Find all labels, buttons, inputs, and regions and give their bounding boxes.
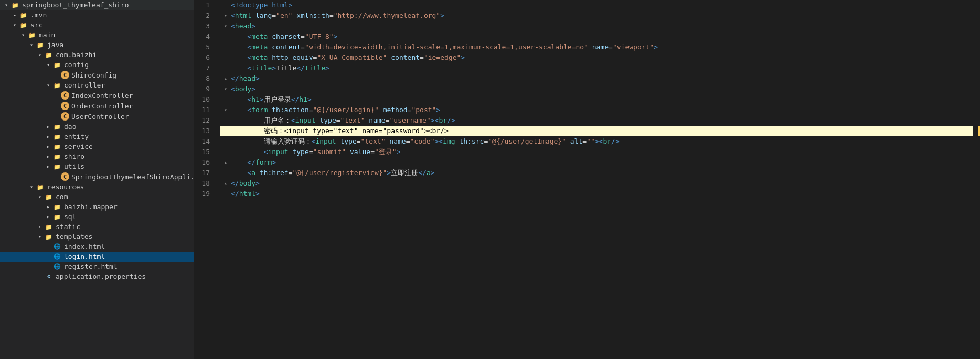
tree-arrow (44, 154, 52, 159)
code-line-13[interactable]: 密码：<input type="text" name="password"><b… (220, 126, 973, 136)
code-line-5[interactable]: <meta content="width=device-width,initia… (220, 42, 973, 52)
tree-item-entity[interactable]: entity (0, 132, 194, 142)
code-line-7[interactable]: <title>Title</title> (220, 63, 973, 73)
fold-arrow: ▾ (221, 105, 230, 115)
tree-item-com.baizhi[interactable]: com.baizhi (0, 50, 194, 60)
tree-arrow (27, 42, 36, 48)
code-line-12[interactable]: 用户名：<input type="text" name="username"><… (220, 115, 973, 126)
tree-item-register.html[interactable]: register.html (0, 262, 194, 271)
class-icon: C (61, 91, 69, 100)
tree-item-static[interactable]: static (0, 222, 194, 232)
folder-icon (44, 223, 54, 231)
code-line-11[interactable]: ▾ <form th:action="@{/user/login}" metho… (220, 105, 973, 115)
tree-item-label: com (56, 193, 68, 201)
code-line-17[interactable]: <a th:href="@{/user/registerview}">立即注册<… (220, 168, 973, 178)
code-line-15[interactable]: <input type="submit" value="登录"> (220, 147, 973, 157)
root-folder-icon (10, 2, 20, 9)
code-content: 密码：<input type="text" name="password"><b… (231, 127, 449, 135)
folder-icon (52, 213, 62, 221)
tree-item-application.properties[interactable]: application.properties (0, 271, 194, 281)
code-line-9[interactable]: ▾<body> (220, 84, 973, 94)
tree-item-login.html[interactable]: login.html (0, 252, 194, 262)
tree-item-templates[interactable]: templates (0, 232, 194, 242)
code-line-19[interactable]: </html> (220, 189, 973, 199)
tree-item-IndexController[interactable]: CIndexController (0, 90, 194, 101)
line-num-16: 16 (198, 157, 210, 168)
tree-arrow (44, 134, 52, 139)
tree-item-sql[interactable]: sql (0, 212, 194, 222)
tree-item-baizhi.mapper[interactable]: baizhi.mapper (0, 202, 194, 212)
tree-item-ShiroConfig[interactable]: CShiroConfig (0, 70, 194, 80)
folder-icon (44, 51, 54, 59)
code-line-8[interactable]: ▴</head> (220, 73, 973, 84)
tree-item-label: controller (64, 81, 105, 89)
tree-item-label: static (56, 223, 80, 231)
tree-item-label: com.baizhi (56, 51, 97, 59)
tree-item-SpringbootApp[interactable]: CSpringbootThymeleafShiroAppli... (0, 171, 194, 182)
code-content: <meta http-equiv="X-UA-Compatible" conte… (231, 53, 465, 61)
tree-arrow (44, 214, 52, 220)
code-line-3[interactable]: ▾<head> (220, 21, 973, 31)
html-icon (52, 263, 62, 270)
tree-arrow (44, 204, 52, 210)
tree-arrow (36, 234, 44, 240)
code-line-16[interactable]: ▴ </form> (220, 157, 973, 168)
class-icon: C (61, 71, 69, 79)
right-gutter (973, 0, 980, 359)
tree-item-service[interactable]: service (0, 142, 194, 151)
code-line-6[interactable]: <meta http-equiv="X-UA-Compatible" conte… (220, 52, 973, 63)
tree-item-label: application.properties (56, 273, 146, 280)
line-num-7: 7 (198, 63, 210, 73)
code-content: 用户名：<input type="text" name="username"><… (231, 116, 455, 124)
root-arrow (2, 2, 10, 8)
tree-item-main[interactable]: main (0, 30, 194, 40)
code-line-18[interactable]: ▴</body> (220, 178, 973, 189)
tree-item-label: java (47, 41, 63, 49)
tree-item-com[interactable]: com (0, 192, 194, 202)
tree-item-UserController[interactable]: CUserController (0, 111, 194, 122)
tree-item-src[interactable]: src (0, 20, 194, 30)
tree-item-label: utils (64, 162, 84, 170)
line-num-17: 17 (198, 168, 210, 178)
line-num-4: 4 (198, 31, 210, 42)
tree-item-label: login.html (64, 253, 105, 260)
line-num-10: 10 (198, 94, 210, 105)
html-icon (52, 253, 62, 260)
tree-item-controller[interactable]: controller (0, 80, 194, 90)
tree-item-label: OrderController (71, 102, 133, 110)
folder-icon (44, 233, 54, 241)
tree-item-java[interactable]: java (0, 40, 194, 50)
folder-icon (52, 123, 62, 130)
tree-item-dao[interactable]: dao (0, 122, 194, 132)
code-content: <title>Title</title> (231, 64, 329, 72)
tree-item-utils[interactable]: utils (0, 161, 194, 171)
tree-arrow (44, 124, 52, 129)
code-content: </form> (231, 158, 276, 166)
code-area[interactable]: <!doctype html>▾<html lang="en" xmlns:th… (216, 0, 973, 359)
code-line-4[interactable]: <meta charset="UTF-8"> (220, 31, 973, 42)
tree-item-resources[interactable]: resources (0, 182, 194, 192)
tree-item-mvn[interactable]: .mvn (0, 10, 194, 20)
tree-item-shiro[interactable]: shiro (0, 151, 194, 161)
code-line-14[interactable]: 请输入验证码：<input type="text" name="code"><i… (220, 136, 973, 147)
class-icon: C (61, 102, 69, 110)
code-line-10[interactable]: <h1>用户登录</h1> (220, 94, 973, 105)
folder-icon (52, 61, 62, 69)
folder-icon (36, 183, 45, 191)
code-content: <!doctype html> (231, 1, 292, 9)
tree-arrow (36, 194, 44, 200)
fold-arrow: ▾ (221, 10, 230, 21)
tree-root[interactable]: springboot_thymeleaf_shiro (0, 0, 194, 10)
folder-icon (52, 133, 62, 140)
tree-item-config[interactable]: config (0, 60, 194, 70)
tree-item-OrderController[interactable]: COrderController (0, 101, 194, 111)
tree-item-label: config (64, 61, 89, 69)
tree-arrow (44, 144, 52, 149)
code-content: </body> (231, 179, 260, 187)
code-line-2[interactable]: ▾<html lang="en" xmlns:th="http://www.th… (220, 10, 973, 21)
code-editor[interactable]: 12345678910111213141516171819 <!doctype … (194, 0, 980, 359)
code-line-1[interactable]: <!doctype html> (220, 0, 973, 10)
line-num-6: 6 (198, 52, 210, 63)
tree-item-label: dao (64, 123, 76, 130)
tree-item-index.html[interactable]: index.html (0, 242, 194, 252)
